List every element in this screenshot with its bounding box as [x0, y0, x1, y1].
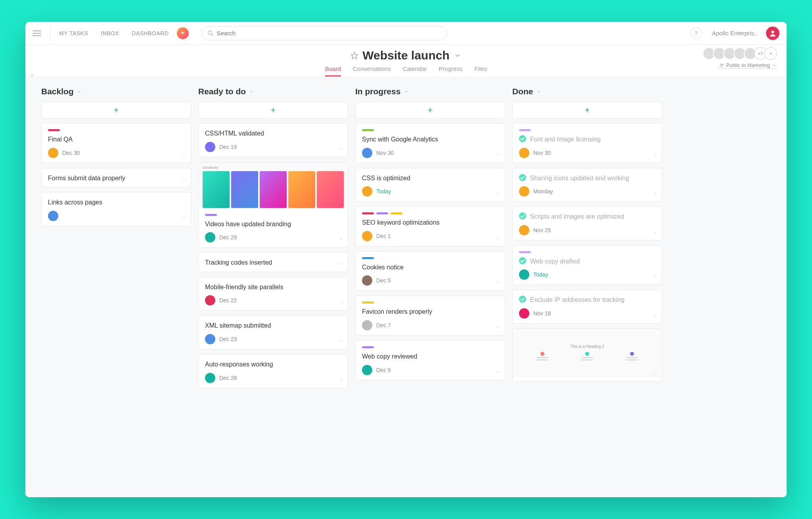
task-card[interactable]: Web copy draftedToday	[512, 245, 662, 285]
column-header[interactable]: Ready to do	[198, 87, 348, 96]
card-title: Forms submit data properly	[48, 174, 184, 183]
tab-progress[interactable]: Progress	[439, 65, 463, 76]
assignee-avatar[interactable]	[48, 211, 58, 221]
chevron-down-icon	[404, 89, 408, 94]
task-card[interactable]: Cookies noticeDec 5	[355, 251, 505, 291]
add-collaborator-button[interactable]: +	[764, 47, 777, 60]
task-card[interactable]: Forms submit data properly	[41, 168, 191, 188]
chevron-down-icon[interactable]	[496, 369, 501, 376]
chevron-down-icon[interactable]	[496, 324, 501, 331]
chevron-down-icon[interactable]	[182, 176, 187, 183]
assignee-avatar[interactable]	[205, 295, 215, 305]
card-title: Font and image licensing	[530, 135, 601, 144]
task-card[interactable]: Exclude IP addresses for trackingNov 18	[512, 290, 662, 324]
task-card[interactable]: Favicon renders properlyDec 7	[355, 296, 505, 336]
user-avatar[interactable]	[766, 27, 779, 40]
assignee-avatar[interactable]	[519, 308, 529, 319]
chevron-down-icon[interactable]	[653, 190, 658, 197]
assignee-avatar[interactable]	[362, 186, 372, 197]
add-card-button[interactable]: +	[41, 102, 191, 118]
add-card-button[interactable]: +	[355, 102, 505, 118]
task-card[interactable]: Gradients Videos have updated brandingDe…	[198, 162, 348, 248]
assignee-avatar[interactable]	[205, 142, 215, 152]
tab-files[interactable]: Files	[475, 65, 487, 76]
assignee-avatar[interactable]	[519, 186, 529, 197]
add-card-button[interactable]: +	[512, 102, 662, 118]
chevron-down-icon[interactable]	[339, 236, 344, 243]
chevron-down-icon	[249, 89, 254, 94]
task-card[interactable]: CSS/HTML validatedDec 19	[198, 123, 348, 157]
chevron-down-icon[interactable]	[653, 152, 658, 159]
task-card[interactable]: Sync with Google AnalyticsNov 30	[355, 123, 505, 163]
menu-icon[interactable]	[33, 31, 41, 36]
task-card[interactable]: CSS is optimizedToday	[355, 168, 505, 202]
assignee-avatar[interactable]	[205, 232, 215, 242]
chevron-down-icon[interactable]	[496, 235, 501, 242]
tab-calendar[interactable]: Calendar	[403, 65, 427, 76]
chevron-down-icon[interactable]	[454, 52, 462, 59]
column-header[interactable]: In progress	[355, 87, 505, 96]
nav-dashboard[interactable]: DASHBOARD	[132, 30, 169, 36]
task-card[interactable]: Tracking codes inserted	[198, 252, 348, 272]
task-card[interactable]: Web copy reviewedDec 9	[355, 340, 505, 380]
assignee-avatar[interactable]	[519, 148, 529, 158]
tag-pill	[391, 212, 402, 214]
new-button[interactable]: +	[177, 27, 189, 39]
chevron-down-icon[interactable]	[339, 377, 344, 384]
column-header[interactable]: Backlog	[41, 87, 191, 96]
task-card[interactable]: XML sitemap submittedDec 23	[198, 315, 348, 349]
chevron-down-icon[interactable]	[653, 312, 658, 319]
chevron-down-icon[interactable]	[653, 229, 658, 236]
card-footer: Dec 9	[362, 365, 498, 375]
task-card[interactable]: This is a Heading 2	[512, 328, 662, 382]
chevron-down-icon[interactable]	[339, 338, 344, 345]
column-header[interactable]: Done	[512, 87, 662, 96]
nav-inbox[interactable]: INBOX	[101, 30, 119, 36]
chevron-down-icon[interactable]	[653, 370, 658, 377]
tag-pill	[519, 129, 531, 131]
assignee-avatar[interactable]	[362, 231, 372, 241]
chevron-down-icon[interactable]	[496, 152, 501, 159]
task-card[interactable]: Final QADec 30	[41, 123, 191, 163]
card-title: Videos have updated branding	[205, 220, 341, 229]
chevron-down-icon[interactable]	[653, 273, 658, 280]
tab-board[interactable]: Board	[325, 65, 341, 76]
task-card[interactable]: Sharing icons updated and workingMonday	[512, 168, 662, 202]
nav-my-tasks[interactable]: MY TASKS	[59, 30, 88, 36]
chevron-down-icon[interactable]	[182, 152, 187, 159]
assignee-avatar[interactable]	[205, 373, 215, 383]
assignee-avatar[interactable]	[519, 269, 529, 280]
star-icon[interactable]	[350, 52, 358, 59]
chevron-down-icon[interactable]	[339, 261, 344, 268]
project-tabs: Board Conversations Calendar Progress Fi…	[325, 65, 487, 76]
chevron-down-icon[interactable]	[496, 190, 501, 197]
search-field[interactable]	[201, 26, 447, 40]
task-card[interactable]: Auto-responses workingDec 28	[198, 354, 348, 388]
task-card[interactable]: Mobile-friendly site parallelsDec 22	[198, 277, 348, 311]
task-card[interactable]: SEO keyword optimizationsDec 1	[355, 206, 505, 246]
chevron-down-icon[interactable]	[339, 146, 344, 153]
assignee-avatar[interactable]	[48, 148, 58, 158]
task-card[interactable]: Font and image licensingNov 30	[512, 123, 662, 163]
search-input[interactable]	[217, 30, 441, 36]
assignee-avatar[interactable]	[362, 275, 372, 286]
chevron-down-icon[interactable]	[496, 279, 501, 286]
help-button[interactable]: ?	[691, 28, 702, 39]
assignee-avatar[interactable]	[362, 148, 372, 158]
assignee-avatar[interactable]	[519, 225, 529, 235]
assignee-avatar[interactable]	[362, 365, 372, 375]
task-card[interactable]: Scripts and images are optimizedNov 25	[512, 206, 662, 240]
chevron-down-icon[interactable]	[182, 215, 187, 222]
card-tags	[48, 129, 184, 131]
assignee-avatar[interactable]	[362, 320, 372, 330]
kanban-board[interactable]: Backlog +Final QADec 30Forms submit data…	[25, 76, 787, 497]
task-card[interactable]: Links across pages	[41, 192, 191, 226]
tab-conversations[interactable]: Conversations	[353, 65, 391, 76]
chevron-down-icon[interactable]	[339, 299, 344, 306]
assignee-avatar[interactable]	[205, 334, 215, 344]
card-footer: Nov 18	[519, 308, 655, 319]
privacy-selector[interactable]: Public to Marketing	[719, 62, 777, 69]
add-card-button[interactable]: +	[198, 102, 348, 118]
org-name[interactable]: Apollo Enterpris..	[712, 30, 757, 36]
expand-sidebar-icon[interactable]	[29, 73, 35, 80]
